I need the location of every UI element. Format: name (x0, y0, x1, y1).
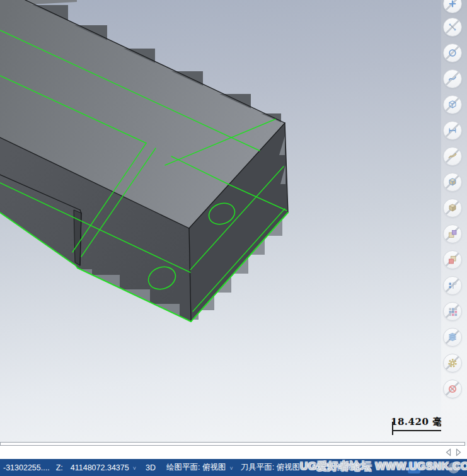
quickmask-toolbar (441, 0, 467, 443)
select-arcs-button[interactable] (443, 44, 462, 62)
select-surfaces-button[interactable] (443, 147, 462, 166)
coordinate-z-label: Z: (56, 463, 63, 472)
cad-viewport-window: 18.420 毫米 (0, 0, 467, 476)
gear-icon (447, 358, 458, 368)
scale-indicator-tick-left (392, 422, 393, 435)
solid-wireframe-cube-icon (447, 177, 458, 187)
select-by-color-b-button[interactable] (443, 250, 462, 269)
tab-scroll-right-icon[interactable] (455, 448, 462, 456)
tplane-selector[interactable]: 刀具平面: 俯视图 (241, 462, 300, 473)
tab-scroll-left-icon[interactable] (445, 448, 452, 456)
select-solids-button[interactable] (443, 173, 462, 192)
squares-red-icon (447, 255, 458, 265)
watermark-text: UG爱好者论坛 WWW.UGSNK.COM (300, 459, 467, 473)
spline-icon (447, 74, 458, 84)
grid-squares-icon (447, 306, 458, 316)
select-group-button[interactable] (443, 276, 462, 295)
select-lines-button[interactable] (443, 18, 462, 37)
select-bodies-button[interactable] (443, 199, 462, 218)
surface-icon (447, 151, 458, 161)
mode-3d-toggle[interactable]: 3D (146, 463, 156, 472)
select-by-color-a-button[interactable] (443, 224, 462, 243)
select-wireframe-button[interactable] (443, 95, 462, 114)
coordinate-y-value: -31302255.... (3, 463, 50, 472)
group-flag-icon (447, 281, 458, 291)
select-splines-button[interactable] (443, 69, 462, 88)
select-all-button[interactable] (443, 302, 462, 321)
solid-cube-icon (447, 203, 458, 213)
circle-icon (447, 48, 458, 58)
select-points-button[interactable] (443, 0, 462, 13)
prohibition-icon (447, 384, 458, 394)
plus-icon (447, 0, 458, 9)
line-endpoints-icon (447, 22, 458, 32)
model-canvas[interactable] (0, 0, 441, 443)
cplane-selector[interactable]: 绘图平面: 俯视图 (166, 462, 226, 473)
layers-icon (447, 332, 458, 342)
cube-wireframe-icon (447, 100, 458, 110)
dimension-icon (447, 125, 458, 136)
coordinate-z-value[interactable]: 41148072.34375 (71, 463, 129, 472)
scale-indicator-line (392, 430, 449, 431)
settings-button[interactable] (443, 354, 462, 373)
select-dimensions-button[interactable] (443, 121, 462, 140)
chevron-down-icon[interactable]: ˅ (133, 465, 136, 472)
tab-strip (0, 446, 467, 459)
clear-selection-button[interactable] (443, 380, 462, 398)
levels-button[interactable] (443, 328, 462, 347)
squares-purple-icon (447, 229, 458, 239)
chevron-down-icon[interactable]: ˅ (229, 465, 233, 472)
